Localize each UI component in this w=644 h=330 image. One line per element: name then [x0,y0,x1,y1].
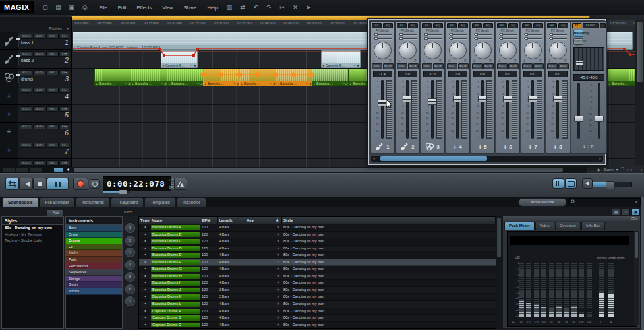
track-icon-cell[interactable]: + [0,105,18,122]
send-slider[interactable] [549,33,567,36]
instrument-drums[interactable]: Drums [66,238,122,244]
track-mute-button[interactable]: MUTE [33,106,45,112]
send-slider[interactable] [424,37,442,40]
favorite-star-icon[interactable]: ★ [274,294,282,300]
instrument-pads[interactable]: Pads [66,257,122,263]
mini-control[interactable] [16,168,29,173]
track-mute-button[interactable]: MUTE [33,143,45,148]
column-header-length[interactable]: Length: [218,217,245,224]
channel-solo-button[interactable]: SOLO [397,63,407,69]
cell-name[interactable]: Bazooka Drums H [151,274,200,279]
track-volume-slider[interactable] [18,71,19,83]
cell-name[interactable]: Bazooka Drums A [151,225,200,230]
time-mini-progress[interactable] [103,191,130,193]
channel-eq-button[interactable]: EQ [508,23,518,28]
add-channel-icon[interactable]: + [528,143,532,150]
favorite-star-icon[interactable]: ★ [274,308,282,315]
instrument-bass[interactable]: Bass [66,225,122,232]
channel-mute-button[interactable]: MUTE [408,63,419,69]
favorite-star-icon[interactable]: ★ [274,287,282,294]
surround-button[interactable]: Surround 5.1 [573,38,583,45]
send-slider[interactable] [399,33,417,36]
fader-thumb[interactable] [453,96,462,102]
skip-start-button[interactable] [19,178,33,190]
channel-eq-button[interactable]: EQ [433,23,443,28]
style-item[interactable]: HipHop - My Territory [2,232,63,238]
cell-name[interactable]: Capstan Drums A [151,309,200,314]
favorite-star-icon[interactable]: ★ [274,259,282,266]
table-row[interactable]: Capstan Drums B1204 Bars★80s - Dancing o… [139,315,496,322]
track-rec-button[interactable]: REC [46,34,59,39]
vertical-scrollbar-thumb[interactable] [637,22,643,82]
cell-name[interactable]: Bazooka Drums D [151,246,200,251]
pan-knob[interactable] [449,42,467,59]
track-rec-button[interactable]: REC [46,124,59,129]
cell-name[interactable]: Capstan Drums B [151,315,200,321]
pan-knob[interactable] [524,42,542,59]
channel-mute-button[interactable]: MUTE [458,63,469,69]
style-item[interactable]: Techno - Strobe Light [2,238,63,244]
cell-name[interactable]: Bazooka Drums I [151,280,200,286]
table-row[interactable]: Bazooka Drums H1204 Bars★80s - Dancing o… [139,273,496,280]
track-mute-button[interactable]: MUTE [33,51,45,57]
master-fx-button[interactable]: FX [572,23,581,28]
track-icon-cell[interactable] [0,69,18,86]
favorite-star-icon[interactable]: ★ [274,224,282,231]
speaker-icon[interactable] [67,168,69,172]
save-icon[interactable]: ▣ [67,3,77,12]
add-channel-icon[interactable]: + [553,143,557,150]
mixer-toggle-button[interactable] [552,178,564,189]
cell-name[interactable]: Capstan Drums C [151,323,200,328]
send-slider[interactable] [449,37,467,40]
table-row[interactable]: Capstan Drums A1204 Bars★80s - Dancing o… [139,308,496,315]
pan-knob[interactable] [549,42,567,59]
track-icon-cell[interactable] [0,50,18,67]
channel-eq-button[interactable]: EQ [558,23,568,28]
master-menu-button[interactable]: ▪ [600,23,606,28]
clear-search-icon[interactable]: ✕ [635,199,638,204]
delete-icon[interactable]: ✕ [290,3,301,12]
favorite-star-icon[interactable]: ★ [274,315,282,321]
channel-fx-button[interactable]: FX [547,23,557,28]
channel-fx-button[interactable]: FX [472,23,482,28]
mastering-button[interactable]: Mastering [573,30,583,37]
table-row[interactable]: Bazooka Drums K1202 Bars★80s - Dancing o… [139,294,496,301]
channel-solo-button[interactable]: SOLO [472,63,483,69]
tab-soundpools[interactable]: Soundpools [2,197,39,207]
channel-fx-button[interactable]: FX [497,23,507,28]
table-row[interactable]: Bazooka Drums D1204 Bars★80s - Dancing o… [139,246,496,253]
send-slider[interactable] [474,37,492,40]
add-channel-icon[interactable]: + [478,143,482,150]
track-solo-button[interactable]: SOLO [20,160,32,166]
channel-fader[interactable]: 6303610203050∞ [447,79,469,140]
track-mute-button[interactable]: MUTE [33,34,45,39]
menu-help[interactable]: Help [202,5,223,11]
channel-fx-button[interactable]: FX [447,23,457,28]
instrument-strings[interactable]: Strings [66,276,122,282]
fader-thumb[interactable] [478,96,487,102]
pan-knob[interactable] [374,42,392,59]
track-rec-button[interactable]: REC [46,143,59,148]
pitch-circle-2[interactable]: 2 [125,236,135,246]
fit-icon[interactable]: ⛶ [621,167,624,172]
send-slider[interactable] [449,33,467,36]
send-slider[interactable] [499,37,517,40]
track-solo-button[interactable]: SOLO [20,143,32,148]
channel-mute-button[interactable]: MUTE [383,63,394,69]
channel-fader[interactable]: 6303610203050∞ [422,79,444,140]
cell-name[interactable]: Bazooka Drums C [151,239,200,244]
pan-knob[interactable] [499,42,517,59]
channel-mute-button[interactable]: MUTE [533,63,544,69]
mini-control[interactable] [3,168,16,173]
favorite-star-icon[interactable]: ★ [274,266,282,273]
send-slider[interactable] [424,33,442,36]
chevron-down-icon[interactable]: ▾ [67,26,69,30]
track-rec-button[interactable]: REC [46,88,59,93]
track-icon-cell[interactable]: + [0,86,18,104]
send-slider[interactable] [374,37,392,40]
mini-monitor-button[interactable] [54,168,63,172]
zoom-left-icon[interactable]: ◂ [626,167,628,172]
tab-video[interactable]: Video [535,222,554,230]
track-mute-button[interactable]: MUTE [33,124,45,129]
video-monitor-button[interactable] [565,178,577,189]
